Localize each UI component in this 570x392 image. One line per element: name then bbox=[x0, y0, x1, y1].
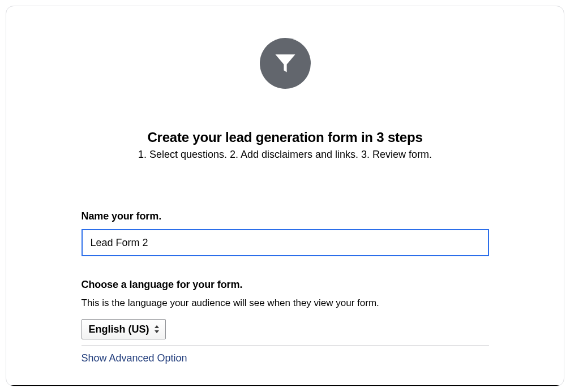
form-name-label: Name your form. bbox=[82, 210, 489, 222]
language-select[interactable]: English (US) bbox=[82, 319, 166, 339]
header-icon-wrap bbox=[6, 6, 564, 89]
language-label: Choose a language for your form. bbox=[82, 279, 489, 291]
page-subtitle: 1. Select questions. 2. Add disclaimers … bbox=[6, 149, 564, 161]
lead-form-setup-card: Create your lead generation form in 3 st… bbox=[6, 6, 564, 386]
sort-icon bbox=[154, 325, 160, 333]
funnel-icon bbox=[260, 38, 311, 89]
language-select-value: English (US) bbox=[89, 324, 149, 335]
header-texts: Create your lead generation form in 3 st… bbox=[6, 130, 564, 161]
section-divider bbox=[82, 345, 489, 346]
page-title: Create your lead generation form in 3 st… bbox=[6, 130, 564, 145]
form-area: Name your form. Choose a language for yo… bbox=[82, 210, 489, 364]
form-name-input[interactable] bbox=[82, 229, 489, 256]
language-section: Choose a language for your form. This is… bbox=[82, 279, 489, 364]
show-advanced-option-link[interactable]: Show Advanced Option bbox=[82, 352, 187, 364]
language-help-text: This is the language your audience will … bbox=[82, 298, 489, 309]
